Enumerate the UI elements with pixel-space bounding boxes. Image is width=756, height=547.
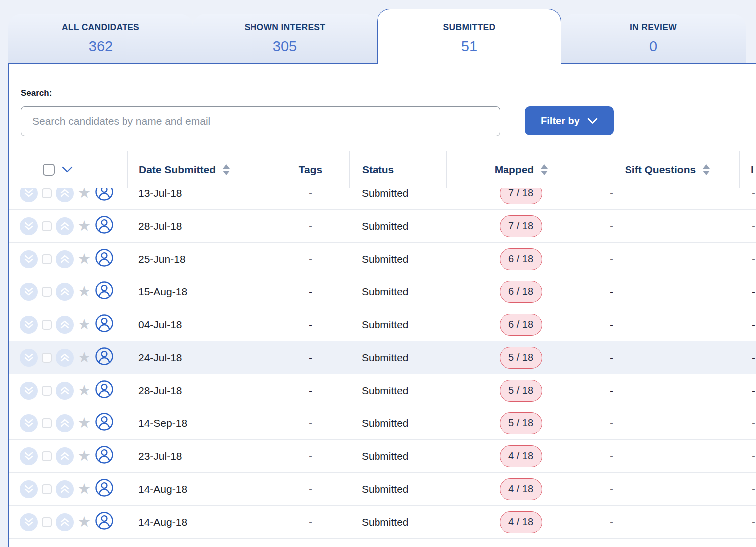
row-checkbox[interactable]: [42, 451, 52, 461]
mapped-score-badge: 4 / 18: [500, 445, 542, 467]
move-down-button[interactable]: [20, 250, 38, 268]
table-row[interactable]: ★ 15-Aug-18 - Submitted 6 / 18 - -: [9, 275, 756, 308]
header-select-cell: [9, 151, 127, 188]
tab-submitted[interactable]: SUBMITTED 51: [377, 9, 561, 64]
table-row[interactable]: ★ 14-Sep-18 - Submitted 5 / 18 - -: [9, 407, 756, 440]
move-up-button[interactable]: [56, 480, 74, 498]
candidate-profile-button[interactable]: [95, 445, 114, 467]
star-icon[interactable]: ★: [78, 219, 91, 233]
row-checkbox[interactable]: [42, 353, 52, 363]
star-icon[interactable]: ★: [78, 284, 91, 299]
sift-questions-cell: -: [596, 483, 739, 495]
row-checkbox[interactable]: [42, 517, 52, 527]
star-icon[interactable]: ★: [78, 252, 91, 266]
star-icon[interactable]: ★: [78, 449, 91, 463]
candidate-profile-button[interactable]: [95, 380, 114, 401]
tags-cell: -: [272, 352, 349, 364]
search-input[interactable]: [21, 106, 500, 136]
row-checkbox[interactable]: [42, 320, 52, 330]
move-down-button[interactable]: [20, 283, 38, 301]
move-down-button[interactable]: [20, 382, 38, 400]
candidate-profile-button[interactable]: [95, 511, 114, 533]
table-row[interactable]: ★ 14-Aug-18 - Submitted 4 / 18 - -: [9, 506, 756, 539]
table-row[interactable]: ★ 23-Jul-18 - Submitted 4 / 18 - -: [9, 440, 756, 473]
mapped-cell: 4 / 18: [446, 478, 596, 500]
tags-cell: -: [272, 220, 349, 232]
candidate-profile-button[interactable]: [95, 248, 114, 270]
move-up-button[interactable]: [56, 447, 74, 465]
tab-shown-interest[interactable]: SHOWN INTEREST 305: [193, 14, 377, 63]
move-down-button[interactable]: [20, 188, 38, 202]
tab-all-candidates[interactable]: ALL CANDIDATES 362: [8, 14, 193, 63]
move-down-button[interactable]: [20, 316, 38, 334]
star-icon[interactable]: ★: [78, 515, 91, 529]
mapped-cell: 4 / 18: [446, 511, 596, 533]
date-submitted-cell: 23-Jul-18: [127, 450, 272, 462]
row-checkbox[interactable]: [42, 254, 52, 264]
table-row[interactable]: ★ 24-Jul-18 - Submitted 5 / 18 - -: [9, 341, 756, 374]
status-cell: Submitted: [349, 450, 446, 462]
move-up-button[interactable]: [56, 349, 74, 367]
row-checkbox[interactable]: [42, 418, 52, 428]
table-row[interactable]: ★ 25-Jun-18 - Submitted 6 / 18 - -: [9, 243, 756, 275]
table-row[interactable]: ★ 14-Aug-18 - Submitted 4 / 18 - -: [9, 473, 756, 506]
move-up-button[interactable]: [56, 283, 74, 301]
table-body: ★ 13-Jul-18 - Submitted 7 / 18 - -: [9, 188, 756, 544]
row-checkbox[interactable]: [42, 386, 52, 396]
clipped-cell: -: [739, 417, 756, 429]
star-icon[interactable]: ★: [78, 482, 91, 496]
star-icon[interactable]: ★: [78, 383, 91, 398]
move-up-button[interactable]: [56, 316, 74, 334]
move-up-button[interactable]: [56, 188, 74, 202]
sort-arrows-icon[interactable]: [703, 164, 710, 175]
tags-cell: -: [272, 450, 349, 462]
table-row[interactable]: ★ 28-Jul-18 - Submitted 5 / 18 - -: [9, 374, 756, 407]
row-checkbox[interactable]: [42, 188, 52, 198]
candidate-profile-button[interactable]: [95, 412, 114, 434]
move-down-button[interactable]: [20, 349, 38, 367]
candidate-profile-button[interactable]: [95, 478, 114, 500]
move-down-button[interactable]: [20, 414, 38, 432]
person-icon: [95, 478, 114, 497]
table-row[interactable]: ★ 04-Jul-18 - Submitted 6 / 18 - -: [9, 308, 756, 341]
row-checkbox[interactable]: [42, 221, 52, 231]
move-up-button[interactable]: [56, 513, 74, 531]
select-all-checkbox[interactable]: [43, 164, 55, 176]
date-submitted-cell: 14-Sep-18: [127, 417, 272, 429]
move-up-button[interactable]: [56, 414, 74, 432]
mapped-cell: 7 / 18: [446, 188, 596, 204]
candidate-profile-button[interactable]: [95, 188, 114, 204]
column-header-date-submitted[interactable]: Date Submitted: [127, 151, 272, 188]
move-down-button[interactable]: [20, 217, 38, 235]
move-down-button[interactable]: [20, 480, 38, 498]
filter-by-button[interactable]: Filter by: [525, 106, 614, 135]
search-label: Search:: [21, 88, 756, 98]
move-up-button[interactable]: [56, 250, 74, 268]
star-icon[interactable]: ★: [78, 317, 91, 332]
candidate-profile-button[interactable]: [95, 215, 114, 237]
move-down-button[interactable]: [20, 513, 38, 531]
candidate-profile-button[interactable]: [95, 281, 114, 302]
tab-label: IN REVIEW: [630, 22, 677, 33]
column-header-sift-questions[interactable]: Sift Questions: [596, 151, 739, 188]
chevron-down-icon[interactable]: [62, 166, 73, 173]
move-up-button[interactable]: [56, 217, 74, 235]
candidate-profile-button[interactable]: [95, 347, 114, 368]
move-down-button[interactable]: [20, 447, 38, 465]
date-submitted-cell: 14-Aug-18: [127, 516, 272, 528]
tab-count: 51: [461, 38, 477, 55]
row-checkbox[interactable]: [42, 484, 52, 494]
table-row[interactable]: [9, 539, 756, 544]
sort-arrows-icon[interactable]: [541, 164, 548, 175]
table-row[interactable]: ★ 28-Jul-18 - Submitted 7 / 18 - -: [9, 210, 756, 243]
move-up-button[interactable]: [56, 382, 74, 400]
candidate-profile-button[interactable]: [95, 314, 114, 335]
tab-in-review[interactable]: IN REVIEW 0: [561, 14, 746, 63]
row-checkbox[interactable]: [42, 287, 52, 297]
star-icon[interactable]: ★: [78, 416, 91, 430]
star-icon[interactable]: ★: [78, 188, 91, 200]
column-header-mapped[interactable]: Mapped: [446, 151, 596, 188]
sort-arrows-icon[interactable]: [223, 164, 230, 175]
table-row[interactable]: ★ 13-Jul-18 - Submitted 7 / 18 - -: [9, 188, 756, 210]
star-icon[interactable]: ★: [78, 350, 91, 365]
